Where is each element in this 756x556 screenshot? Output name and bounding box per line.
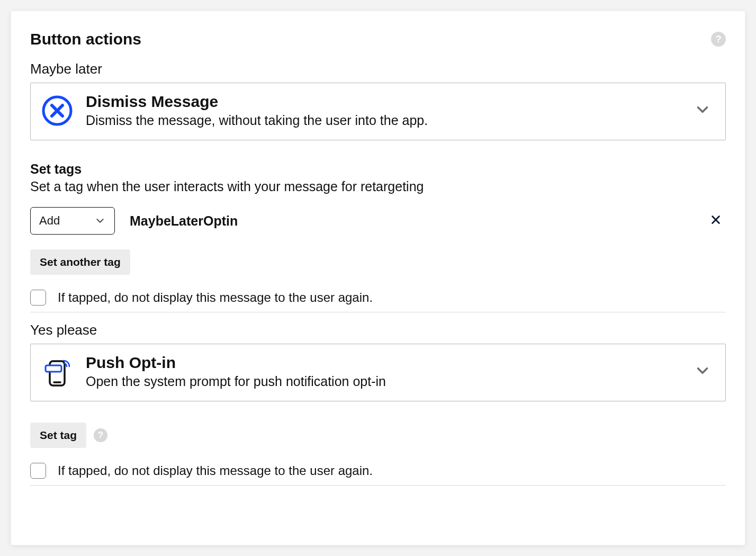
tag-operation-select[interactable]: Add	[30, 207, 115, 235]
tag-row: Add MaybeLaterOptin	[30, 207, 726, 235]
button1-do-not-display-label: If tapped, do not display this message t…	[58, 290, 373, 305]
button1-do-not-display-checkbox[interactable]	[30, 290, 46, 306]
button2-do-not-display-checkbox[interactable]	[30, 463, 46, 479]
dismiss-icon	[41, 95, 73, 127]
button2-action-title: Push Opt-in	[86, 354, 681, 372]
button1-action-title: Dismiss Message	[86, 93, 681, 111]
button-actions-panel: Button actions ? Maybe later Dismiss Mes…	[11, 11, 745, 545]
chevron-down-icon	[694, 362, 712, 382]
panel-title: Button actions	[30, 30, 141, 48]
set-tags-description: Set a tag when the user interacts with y…	[30, 179, 726, 194]
tag-name-value: MaybeLaterOptin	[130, 213, 691, 229]
set-tags-title: Set tags	[30, 162, 726, 177]
push-optin-icon	[41, 356, 73, 388]
button2-label: Yes please	[30, 322, 726, 338]
chevron-down-icon	[94, 215, 106, 227]
remove-tag-button[interactable]	[706, 211, 726, 231]
set-another-tag-label: Set another tag	[40, 256, 121, 268]
help-icon[interactable]: ?	[711, 32, 726, 47]
chevron-down-icon	[694, 101, 712, 121]
help-icon[interactable]: ?	[94, 428, 107, 442]
button2-action-description: Open the system prompt for push notifica…	[86, 374, 681, 389]
svg-rect-3	[46, 365, 61, 372]
button2-do-not-display-label: If tapped, do not display this message t…	[58, 463, 373, 478]
tag-operation-value: Add	[39, 214, 60, 228]
set-tag-label: Set tag	[40, 429, 77, 442]
set-tag-button[interactable]: Set tag	[30, 423, 86, 448]
button1-label: Maybe later	[30, 61, 726, 77]
set-another-tag-button[interactable]: Set another tag	[30, 249, 130, 275]
button2-action-selector[interactable]: Push Opt-in Open the system prompt for p…	[30, 344, 726, 401]
button1-action-description: Dismiss the message, without taking the …	[86, 113, 681, 128]
button1-action-selector[interactable]: Dismiss Message Dismiss the message, wit…	[30, 83, 726, 140]
